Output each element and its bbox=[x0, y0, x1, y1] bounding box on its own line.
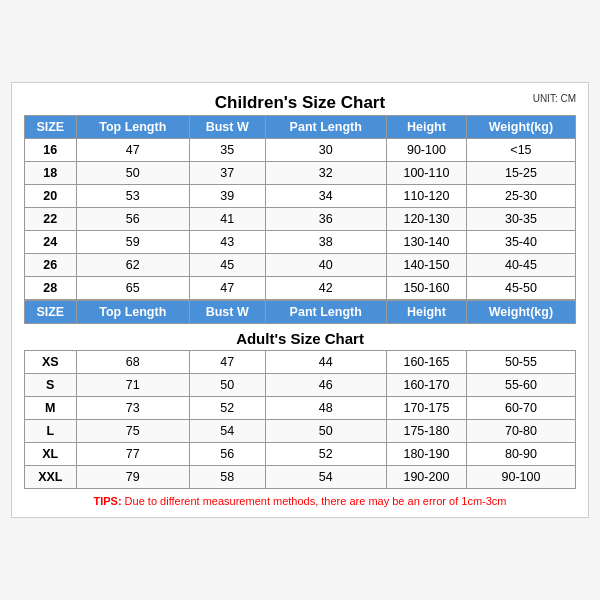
table-cell: 160-170 bbox=[386, 374, 466, 397]
table-cell: 34 bbox=[265, 185, 386, 208]
adult-header-cell: Bust W bbox=[189, 301, 265, 324]
table-cell: 75 bbox=[76, 420, 189, 443]
table-cell: 58 bbox=[189, 466, 265, 489]
table-row: M735248170-17560-70 bbox=[25, 397, 576, 420]
table-cell: 80-90 bbox=[466, 443, 575, 466]
table-cell: 45 bbox=[189, 254, 265, 277]
table-row: S715046160-17055-60 bbox=[25, 374, 576, 397]
chart-container: Children's Size Chart UNIT: CM SIZETop L… bbox=[11, 82, 589, 518]
table-cell: 47 bbox=[76, 139, 189, 162]
table-cell: 52 bbox=[189, 397, 265, 420]
table-cell: 47 bbox=[189, 351, 265, 374]
table-cell: 79 bbox=[76, 466, 189, 489]
table-cell: 54 bbox=[265, 466, 386, 489]
table-cell: 38 bbox=[265, 231, 386, 254]
table-cell: 100-110 bbox=[386, 162, 466, 185]
children-header-cell: Height bbox=[386, 116, 466, 139]
tips-text: Due to different measurement methods, th… bbox=[122, 495, 507, 507]
table-cell: 26 bbox=[25, 254, 77, 277]
table-cell: XS bbox=[25, 351, 77, 374]
table-cell: 56 bbox=[76, 208, 189, 231]
children-title: Children's Size Chart bbox=[215, 93, 385, 112]
table-cell: 65 bbox=[76, 277, 189, 300]
children-header-cell: Bust W bbox=[189, 116, 265, 139]
table-cell: 35 bbox=[189, 139, 265, 162]
table-cell: 46 bbox=[265, 374, 386, 397]
children-header-cell: Weight(kg) bbox=[466, 116, 575, 139]
adults-section-header: Adult's Size Chart bbox=[25, 324, 576, 351]
table-cell: 160-165 bbox=[386, 351, 466, 374]
table-cell: 150-160 bbox=[386, 277, 466, 300]
table-cell: 50 bbox=[189, 374, 265, 397]
children-header-row: SIZETop LengthBust WPant LengthHeightWei… bbox=[25, 116, 576, 139]
table-cell: 175-180 bbox=[386, 420, 466, 443]
adults-title: Adult's Size Chart bbox=[25, 324, 576, 351]
table-cell: 52 bbox=[265, 443, 386, 466]
table-cell: 48 bbox=[265, 397, 386, 420]
table-cell: 50 bbox=[76, 162, 189, 185]
adult-header-row: SIZETop LengthBust WPant LengthHeightWei… bbox=[25, 301, 576, 324]
table-cell: 55-60 bbox=[466, 374, 575, 397]
table-cell: 15-25 bbox=[466, 162, 575, 185]
children-body: 1647353090-100<1518503732100-11015-25205… bbox=[25, 139, 576, 300]
table-cell: 71 bbox=[76, 374, 189, 397]
table-cell: 39 bbox=[189, 185, 265, 208]
table-cell: 140-150 bbox=[386, 254, 466, 277]
table-cell: 35-40 bbox=[466, 231, 575, 254]
table-row: 24594338130-14035-40 bbox=[25, 231, 576, 254]
table-cell: XXL bbox=[25, 466, 77, 489]
table-row: 18503732100-11015-25 bbox=[25, 162, 576, 185]
table-cell: 50-55 bbox=[466, 351, 575, 374]
table-cell: 40-45 bbox=[466, 254, 575, 277]
table-cell: 43 bbox=[189, 231, 265, 254]
children-header-cell: SIZE bbox=[25, 116, 77, 139]
table-cell: 190-200 bbox=[386, 466, 466, 489]
adult-header-cell: Weight(kg) bbox=[466, 301, 575, 324]
table-cell: S bbox=[25, 374, 77, 397]
tips-label: TIPS: bbox=[93, 495, 121, 507]
table-cell: 16 bbox=[25, 139, 77, 162]
table-cell: 30-35 bbox=[466, 208, 575, 231]
table-row: XS684744160-16550-55 bbox=[25, 351, 576, 374]
table-cell: 18 bbox=[25, 162, 77, 185]
table-cell: 56 bbox=[189, 443, 265, 466]
adult-body: XS684744160-16550-55S715046160-17055-60M… bbox=[25, 351, 576, 489]
table-cell: 53 bbox=[76, 185, 189, 208]
table-cell: <15 bbox=[466, 139, 575, 162]
table-row: 22564136120-13030-35 bbox=[25, 208, 576, 231]
adult-header-cell: SIZE bbox=[25, 301, 77, 324]
table-row: 28654742150-16045-50 bbox=[25, 277, 576, 300]
table-cell: 130-140 bbox=[386, 231, 466, 254]
table-row: XXL795854190-20090-100 bbox=[25, 466, 576, 489]
table-cell: 73 bbox=[76, 397, 189, 420]
table-cell: 37 bbox=[189, 162, 265, 185]
tips-row: TIPS: Due to different measurement metho… bbox=[24, 495, 576, 507]
table-cell: 42 bbox=[265, 277, 386, 300]
table-row: 1647353090-100<15 bbox=[25, 139, 576, 162]
table-cell: 90-100 bbox=[386, 139, 466, 162]
table-cell: 170-175 bbox=[386, 397, 466, 420]
main-title: Children's Size Chart UNIT: CM bbox=[24, 93, 576, 113]
table-cell: M bbox=[25, 397, 77, 420]
table-cell: 45-50 bbox=[466, 277, 575, 300]
children-table: SIZETop LengthBust WPant LengthHeightWei… bbox=[24, 115, 576, 300]
table-cell: 44 bbox=[265, 351, 386, 374]
table-cell: 77 bbox=[76, 443, 189, 466]
table-cell: 36 bbox=[265, 208, 386, 231]
table-cell: 24 bbox=[25, 231, 77, 254]
unit-label: UNIT: CM bbox=[533, 93, 576, 104]
table-row: 26624540140-15040-45 bbox=[25, 254, 576, 277]
table-cell: 59 bbox=[76, 231, 189, 254]
table-cell: 62 bbox=[76, 254, 189, 277]
adult-header-cell: Top Length bbox=[76, 301, 189, 324]
children-header-cell: Top Length bbox=[76, 116, 189, 139]
table-cell: 22 bbox=[25, 208, 77, 231]
table-cell: 50 bbox=[265, 420, 386, 443]
children-header-cell: Pant Length bbox=[265, 116, 386, 139]
table-cell: 41 bbox=[189, 208, 265, 231]
table-cell: 30 bbox=[265, 139, 386, 162]
table-row: L755450175-18070-80 bbox=[25, 420, 576, 443]
table-cell: 70-80 bbox=[466, 420, 575, 443]
table-cell: 28 bbox=[25, 277, 77, 300]
table-cell: 180-190 bbox=[386, 443, 466, 466]
